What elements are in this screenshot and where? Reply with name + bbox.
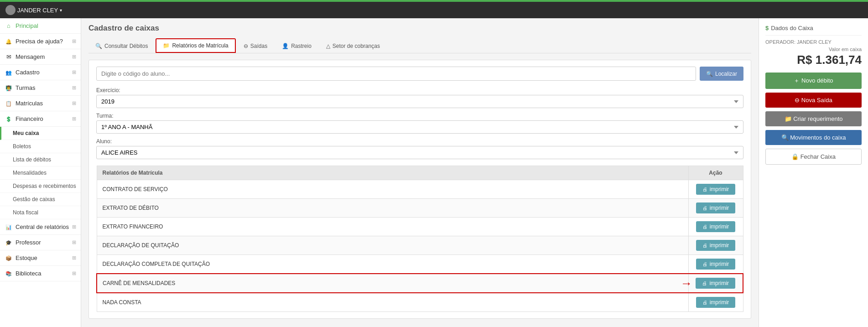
col-relatorios: Relatórios de Matrícula xyxy=(97,166,688,180)
nova-saida-button[interactable]: ⊖ Nova Saída xyxy=(765,93,862,108)
sidebar-label-professor: Professor xyxy=(16,239,41,246)
action-cell: 🖨imprimir xyxy=(688,199,743,218)
reports-table: Relatórios de Matrícula Ação CONTRATO DE… xyxy=(96,166,743,312)
app-header: JANDER CLEY ▾ xyxy=(0,2,868,18)
enroll-icon xyxy=(5,100,13,107)
printer-icon: 🖨 xyxy=(702,300,707,305)
sidebar-item-relatorios[interactable]: Central de relatórios ⊞ xyxy=(0,219,81,235)
action-cell: 🖨imprimir xyxy=(688,255,743,274)
sidebar-item-professor[interactable]: Professor ⊞ xyxy=(0,235,81,250)
sidebar-sub-despesas[interactable]: Despesas e recebimentos xyxy=(0,180,81,193)
sidebar: Principal Precisa de ajuda? ⊞ Mensagem ⊞… xyxy=(0,18,81,327)
sidebar-item-cadastro[interactable]: Cadastro ⊞ xyxy=(0,65,81,80)
lock-icon: 🔒 xyxy=(791,153,799,160)
sidebar-item-biblioteca[interactable]: Biblioteca ⊞ xyxy=(0,266,81,281)
exercicio-select[interactable]: 2019 2018 2017 xyxy=(96,95,743,108)
right-panel: $ Dados do Caixa OPERADOR: JANDER CLEY V… xyxy=(759,18,868,327)
table-row: DECLARAÇÃO DE QUITAÇÃO🖨imprimir xyxy=(97,236,743,255)
main-layout: Principal Precisa de ajuda? ⊞ Mensagem ⊞… xyxy=(0,18,868,327)
sidebar-sub-boletos[interactable]: Boletos xyxy=(0,140,81,153)
action-cell: 🖨imprimir→ xyxy=(688,274,743,293)
aluno-label: Aluno: xyxy=(96,138,743,145)
fechar-caixa-button[interactable]: 🔒 Fechar Caixa xyxy=(765,149,862,165)
table-row: EXTRATO DE DÉBITO🖨imprimir xyxy=(97,199,743,218)
sidebar-item-principal[interactable]: Principal xyxy=(0,18,81,34)
operator-prefix: OPERADOR: xyxy=(765,39,795,45)
sidebar-label-ajuda: Precisa de ajuda? xyxy=(16,38,63,45)
tab-setor-cobrancas[interactable]: △ Setor de cobranças xyxy=(319,38,387,53)
printer-icon: 🖨 xyxy=(702,205,707,211)
print-button-declaracao-completa[interactable]: 🖨imprimir xyxy=(696,259,736,270)
bell-icon xyxy=(5,38,13,45)
print-label: imprimir xyxy=(710,223,729,230)
report-name-cell: EXTRATO FINANCEIRO xyxy=(97,218,688,236)
expand-icon-professor: ⊞ xyxy=(72,239,76,245)
print-button-declaracao-quitacao[interactable]: 🖨imprimir xyxy=(696,240,736,251)
printer-icon: 🖨 xyxy=(702,243,707,248)
expand-icon-financeiro: ⊞ xyxy=(72,116,76,122)
sidebar-item-financeiro[interactable]: Financeiro ⊞ xyxy=(0,111,81,127)
lib-icon xyxy=(5,270,13,277)
localizar-button[interactable]: 🔍 Localizar xyxy=(700,67,743,81)
plus-icon: ＋ xyxy=(794,77,800,84)
tab-rastreio[interactable]: 👤 Rastreio xyxy=(275,38,318,53)
sidebar-sub-meu-caixa[interactable]: Meu caixa xyxy=(0,127,81,140)
expand-icon: ⊞ xyxy=(72,38,76,44)
print-button-carne-mensalidades[interactable]: 🖨imprimir xyxy=(696,278,735,289)
sidebar-sub-mensalidades[interactable]: Mensalidades xyxy=(0,166,81,180)
report-name-cell: DECLARAÇÃO COMPLETA DE QUITAÇÃO xyxy=(97,255,688,274)
tab-saidas[interactable]: ⊖ Saídas xyxy=(237,38,274,53)
sidebar-sub-nota-fiscal[interactable]: Nota fiscal xyxy=(0,206,81,219)
aluno-group: Aluno: ALICE AIRES JOÃO SILVA MARIA SANT… xyxy=(96,138,743,159)
operator-label: OPERADOR: JANDER CLEY xyxy=(765,39,862,45)
tab-relatorios-matricula[interactable]: 📁 Relatórios de Matrícula xyxy=(156,38,235,53)
print-button-nada-consta[interactable]: 🖨imprimir xyxy=(696,297,736,308)
criar-requerimento-button[interactable]: 📁 Criar requerimento xyxy=(765,111,862,126)
search-btn-icon: 🔍 xyxy=(706,71,713,77)
movimentos-caixa-button[interactable]: 🔍 Movimentos do caixa xyxy=(765,130,862,145)
student-code-input[interactable] xyxy=(96,67,696,81)
folder-tab-icon: 📁 xyxy=(163,42,170,49)
print-button-extrato-financeiro[interactable]: 🖨imprimir xyxy=(696,221,736,232)
sidebar-label-principal: Principal xyxy=(16,22,38,29)
tab-consultar-debitos[interactable]: 🔍 Consultar Débitos xyxy=(88,38,155,53)
sub-label-mensalidades: Mensalidades xyxy=(13,170,47,176)
novo-debito-button[interactable]: ＋ Novo débito xyxy=(765,73,862,89)
sidebar-sub-lista-debitos[interactable]: Lista de débitos xyxy=(0,153,81,166)
action-cell: 🖨imprimir xyxy=(688,218,743,236)
form-area: 🔍 Localizar Exercício: 2019 2018 2017 Tu… xyxy=(88,60,751,319)
print-label: imprimir xyxy=(710,205,729,211)
tab-label-relatorios: Relatórios de Matrícula xyxy=(172,42,228,49)
search-tab-icon: 🔍 xyxy=(95,43,102,49)
main-content: Cadastro de caixas 🔍 Consultar Débitos 📁… xyxy=(81,18,759,327)
report-name-cell: NADA CONSTA xyxy=(97,293,688,312)
table-row: DECLARAÇÃO COMPLETA DE QUITAÇÃO🖨imprimir xyxy=(97,255,743,274)
msg-icon xyxy=(5,53,13,60)
report-name-cell: EXTRATO DE DÉBITO xyxy=(97,199,688,218)
sidebar-label-financeiro: Financeiro xyxy=(16,115,43,122)
dollar-panel-icon: $ xyxy=(765,25,769,31)
action-cell: 🖨imprimir xyxy=(688,236,743,255)
user-name: JANDER CLEY xyxy=(17,7,58,14)
tab-label-rastreio: Rastreio xyxy=(291,43,312,49)
sidebar-item-turmas[interactable]: Turmas ⊞ xyxy=(0,80,81,96)
panel-title-label: Dados do Caixa xyxy=(771,25,813,31)
print-label: imprimir xyxy=(710,186,729,192)
print-button-contrato[interactable]: 🖨imprimir xyxy=(696,184,736,195)
print-button-extrato-debito[interactable]: 🖨imprimir xyxy=(696,202,736,213)
sidebar-item-estoque[interactable]: Estoque ⊞ xyxy=(0,250,81,266)
sub-label-gestao: Gestão de caixas xyxy=(13,196,55,202)
turma-select[interactable]: 1º ANO A - MANHÃ 1º ANO B - TARDE 2º ANO… xyxy=(96,120,743,134)
aluno-select[interactable]: ALICE AIRES JOÃO SILVA MARIA SANTOS xyxy=(96,146,743,159)
sidebar-item-matriculas[interactable]: Matrículas ⊞ xyxy=(0,96,81,111)
sidebar-item-ajuda[interactable]: Precisa de ajuda? ⊞ xyxy=(0,34,81,49)
print-label: imprimir xyxy=(710,299,729,306)
sidebar-label-turmas: Turmas xyxy=(16,84,36,91)
users-icon xyxy=(5,69,13,76)
col-acao: Ação xyxy=(688,166,743,180)
sidebar-item-mensagem[interactable]: Mensagem ⊞ xyxy=(0,49,81,65)
sidebar-sub-gestao[interactable]: Gestão de caixas xyxy=(0,193,81,206)
alert-tab-icon: △ xyxy=(326,43,330,49)
expand-icon-msg: ⊞ xyxy=(72,54,76,60)
report-name-cell: DECLARAÇÃO DE QUITAÇÃO xyxy=(97,236,688,255)
